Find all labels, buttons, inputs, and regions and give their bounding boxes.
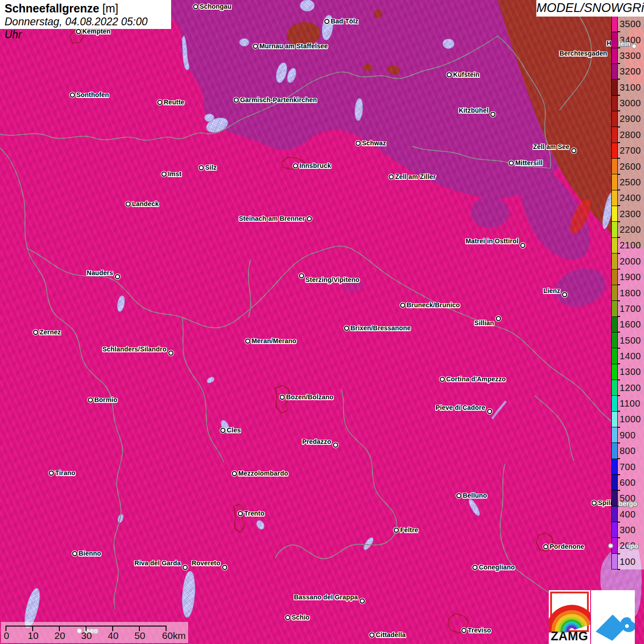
city-dot <box>571 148 576 153</box>
colorbar-tick <box>618 553 620 554</box>
city-dot <box>562 292 567 297</box>
colorbar-tick <box>618 221 620 222</box>
city-label: Conegliano <box>479 563 515 571</box>
city-dot <box>70 92 75 98</box>
city-label: Kitzbühel <box>459 106 489 115</box>
colorbar-band-1700 <box>612 300 617 316</box>
city-dot <box>369 632 374 638</box>
colorbar-tick <box>618 126 620 127</box>
zamg-logo-text: ZAMG <box>549 629 590 644</box>
colorbar-band-2900 <box>612 111 617 126</box>
overlay-city-label: lein <box>619 40 630 48</box>
city-dot <box>280 395 285 400</box>
city-dot <box>220 428 225 433</box>
mountain-cloud-icon <box>591 590 635 644</box>
city-label: Rovereto <box>192 559 220 567</box>
colorbar-tick-label: 2000 <box>620 256 641 266</box>
city-label: Feltre <box>400 526 418 534</box>
colorbar-band-3400 <box>612 32 617 47</box>
city-dot <box>157 100 162 105</box>
colorbar-band-500 <box>612 490 617 506</box>
lake <box>205 114 214 121</box>
colorbar-tick-label: 2100 <box>620 240 641 251</box>
overlay-city-label: ipo <box>628 542 638 550</box>
zamg-logo: ZAMG <box>549 590 590 644</box>
colorbar-band-1900 <box>612 269 617 285</box>
scalebar-label: 60km <box>162 630 185 641</box>
city-label: Tirano <box>55 469 75 477</box>
city-dot <box>193 4 198 9</box>
colorbar-tick <box>618 490 620 491</box>
colorbar-tick <box>618 332 620 333</box>
colorbar-band-1600 <box>612 316 617 332</box>
colorbar-tick <box>618 142 620 143</box>
colorbar-band-2700 <box>612 143 617 158</box>
city-dot <box>632 44 637 49</box>
city-dot <box>608 543 613 548</box>
city-dot <box>126 201 131 207</box>
city-dot <box>400 303 405 308</box>
city-label: Garmisch-Partenkirchen <box>240 96 317 104</box>
colorbar-tick <box>618 95 620 96</box>
city-label: Zell am Ziller <box>395 172 436 181</box>
city-label: Silz <box>205 163 217 172</box>
city-dot <box>344 326 349 331</box>
colorbar-tick-label: 300 <box>620 525 636 535</box>
colorbar-tick-label: 1400 <box>620 351 641 361</box>
city-dot <box>307 216 312 221</box>
colorbar-tick <box>618 31 620 32</box>
colorbar-band-900 <box>612 427 617 443</box>
scalebar: 0102030405060km <box>1 622 188 643</box>
colorbar-tick-label: 3300 <box>620 50 641 61</box>
city-dot <box>496 316 501 321</box>
city-label: Landeck <box>132 200 159 208</box>
city-label: Berchtesgaden <box>559 49 607 58</box>
colorbar-tick-label: 3500 <box>620 19 641 29</box>
colorbar-tick <box>618 174 620 175</box>
colorbar-tick <box>618 205 620 206</box>
city-dot <box>183 565 188 570</box>
city-label: Predazzo <box>302 437 331 446</box>
colorbar <box>611 16 618 569</box>
colorbar-tick <box>618 63 620 64</box>
city-dot <box>333 443 338 448</box>
city-label: Nauders <box>87 269 113 277</box>
colorbar-band-1500 <box>612 332 617 348</box>
city-dot <box>293 163 298 168</box>
colorbar-tick <box>618 569 620 570</box>
scalebar-label: 10 <box>28 630 38 641</box>
city-dot <box>161 172 167 177</box>
city-dot <box>324 19 329 24</box>
city-label: Lienz <box>543 287 560 295</box>
city-label: Sillian <box>474 319 494 327</box>
colorbar-band-3300 <box>612 48 617 63</box>
colorbar-tick-label: 2900 <box>620 114 641 124</box>
colorbar-band-1800 <box>612 285 617 300</box>
colorbar-tick-label: 400 <box>620 509 636 519</box>
colorbar-band-3100 <box>612 79 617 95</box>
colorbar-band-2500 <box>612 174 617 190</box>
colorbar-tick <box>618 284 620 285</box>
city-dot <box>168 351 173 356</box>
colorbar-band-1300 <box>612 364 617 380</box>
city-dot <box>360 598 365 604</box>
colorbar-tick-label: 1200 <box>620 382 641 393</box>
city-dot <box>88 397 93 402</box>
colorbar-tick <box>618 427 620 428</box>
city-dot <box>543 544 548 549</box>
colorbar-band-2400 <box>612 190 617 206</box>
colorbar-band-2800 <box>612 126 617 142</box>
city-label: Spili <box>598 499 612 507</box>
colorbar-band-1100 <box>612 395 617 411</box>
city-label: Imst <box>168 170 182 178</box>
zamg-rainbow-icon <box>549 590 590 632</box>
city-label: Sonthofen <box>76 91 109 99</box>
city-dot <box>456 493 461 498</box>
city-dot <box>115 274 120 279</box>
city-label: Innsbruck <box>299 161 331 170</box>
colorbar-band-100 <box>612 553 617 569</box>
colorbar-tick <box>618 237 620 238</box>
city-dot <box>232 471 237 476</box>
colorbar-tick <box>618 348 620 349</box>
city-dot <box>245 339 250 344</box>
